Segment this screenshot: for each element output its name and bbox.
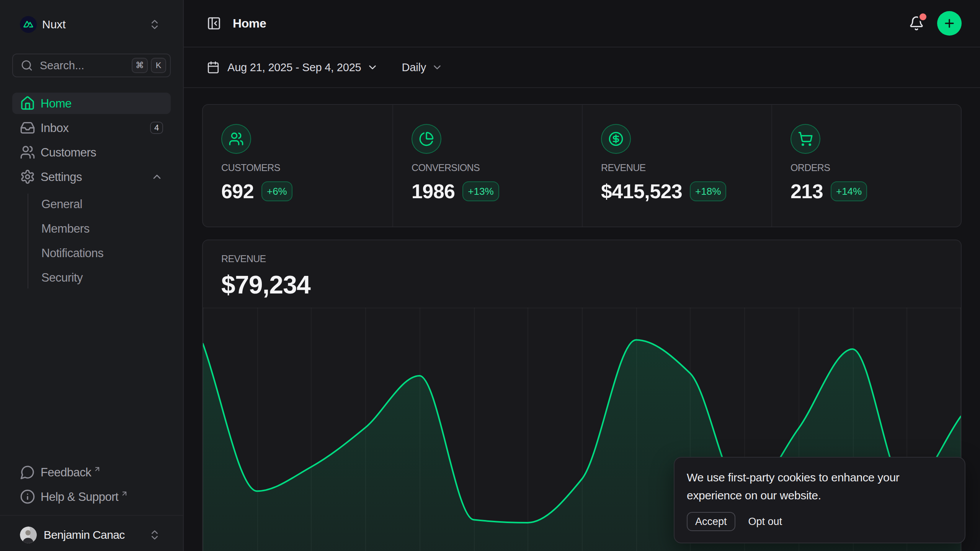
search-placeholder: Search... <box>40 59 129 72</box>
sidebar-item-label: Inbox <box>41 122 150 134</box>
stat-customers[interactable]: CUSTOMERS 692 +6% <box>203 105 392 227</box>
sidebar-footer-nav: Feedback Help & Support <box>12 461 171 507</box>
collapse-sidebar-button[interactable] <box>207 16 221 31</box>
kbd-meta: ⌘ <box>132 58 148 73</box>
user-menu-button[interactable]: Benjamin Canac <box>12 522 171 548</box>
stat-value: 692 <box>221 178 254 204</box>
period-label: Daily <box>402 61 426 74</box>
settings-subnav: General Members Notifications Security <box>28 194 171 289</box>
circle-dollar-icon <box>601 124 631 154</box>
sidebar-item-customers[interactable]: Customers <box>12 142 171 163</box>
stat-label: ORDERS <box>791 160 942 175</box>
sidebar-item-inbox[interactable]: Inbox 4 <box>12 117 171 139</box>
chevron-up-icon <box>151 171 163 183</box>
nuxt-logo-icon <box>20 16 37 33</box>
users-icon <box>221 124 251 154</box>
plus-icon <box>943 17 956 30</box>
sidebar-item-general[interactable]: General <box>28 194 171 215</box>
period-select[interactable]: Daily <box>402 61 443 74</box>
sidebar-item-home[interactable]: Home <box>12 93 171 114</box>
sidebar-item-members[interactable]: Members <box>28 218 171 240</box>
chevrons-up-down-icon <box>149 18 161 31</box>
notification-dot <box>920 13 926 20</box>
accept-button[interactable]: Accept <box>687 512 735 531</box>
stat-label: CONVERSIONS <box>412 160 564 175</box>
add-button[interactable] <box>937 11 962 36</box>
stat-value: 1986 <box>412 178 455 204</box>
sidebar-item-notifications[interactable]: Notifications <box>28 243 171 264</box>
stat-value: 213 <box>791 178 823 204</box>
search-icon <box>21 59 33 72</box>
stat-revenue[interactable]: REVENUE $415,523 +18% <box>582 105 771 227</box>
page-title: Home <box>233 16 266 31</box>
info-icon <box>20 489 35 504</box>
chart-pie-icon <box>412 124 441 154</box>
user-name: Benjamin Canac <box>44 528 149 541</box>
inbox-icon <box>20 120 35 135</box>
toolbar: Aug 21, 2025 - Sep 4, 2025 Daily <box>184 47 980 88</box>
cookie-message: We use first-party cookies to enhance yo… <box>687 468 952 504</box>
stat-value: $415,523 <box>601 178 682 204</box>
sidebar-nav: Home Inbox 4 Customers Settings <box>12 93 171 289</box>
sidebar-item-label: Settings <box>41 171 151 183</box>
stat-delta-badge: +18% <box>690 181 726 201</box>
sidebar: Nuxt Search... ⌘ K Home <box>0 0 184 551</box>
stat-delta-badge: +14% <box>831 181 867 201</box>
stat-delta-badge: +6% <box>261 181 292 201</box>
chevron-down-icon <box>367 62 378 73</box>
stat-orders[interactable]: ORDERS 213 +14% <box>771 105 961 227</box>
opt-out-button[interactable]: Opt out <box>748 516 782 528</box>
chart-header: REVENUE $79,234 <box>203 240 961 302</box>
stat-conversions[interactable]: CONVERSIONS 1986 +13% <box>392 105 582 227</box>
calendar-icon <box>207 61 220 74</box>
team-name: Nuxt <box>42 18 149 31</box>
dashboard-app: Nuxt Search... ⌘ K Home <box>0 0 980 551</box>
stat-value-row: 1986 +13% <box>412 178 564 204</box>
stat-value-row: $415,523 +18% <box>601 178 753 204</box>
sidebar-item-security[interactable]: Security <box>28 267 171 289</box>
sidebar-divider <box>0 515 183 516</box>
sidebar-item-feedback[interactable]: Feedback <box>12 461 171 483</box>
date-range-picker[interactable]: Aug 21, 2025 - Sep 4, 2025 <box>207 61 378 74</box>
sidebar-item-label: Customers <box>41 147 163 158</box>
inbox-count-badge: 4 <box>150 122 163 134</box>
stat-value-row: 213 +14% <box>791 178 942 204</box>
external-link-icon <box>93 465 101 473</box>
stat-label: REVENUE <box>601 160 753 175</box>
chart-title: REVENUE <box>221 251 942 266</box>
sidebar-item-label: Home <box>41 98 163 109</box>
search-input[interactable]: Search... ⌘ K <box>12 54 171 77</box>
date-range-label: Aug 21, 2025 - Sep 4, 2025 <box>227 61 361 74</box>
sidebar-item-label: Feedback <box>41 466 91 478</box>
chevron-down-icon <box>431 62 443 73</box>
chevrons-up-down-icon <box>149 529 161 541</box>
stats-card: CUSTOMERS 692 +6% CONVERSIONS 1986 +13% <box>202 104 962 227</box>
stat-value-row: 692 +6% <box>221 178 374 204</box>
stat-label: CUSTOMERS <box>221 160 374 175</box>
external-link-icon <box>121 490 128 497</box>
cookie-actions: Accept Opt out <box>687 512 952 531</box>
avatar <box>20 527 37 543</box>
shopping-cart-icon <box>791 124 820 154</box>
kbd-k: K <box>151 58 166 73</box>
message-circle-icon <box>20 465 35 480</box>
stat-delta-badge: +13% <box>462 181 499 201</box>
chart-current-value: $79,234 <box>221 268 942 302</box>
gear-icon <box>20 169 35 184</box>
sidebar-item-help-support[interactable]: Help & Support <box>12 486 171 507</box>
notifications-button[interactable] <box>909 16 924 31</box>
cookie-banner: We use first-party cookies to enhance yo… <box>674 457 965 543</box>
navbar: Home <box>184 0 980 47</box>
users-icon <box>20 145 35 160</box>
sidebar-item-label: Help & Support <box>41 491 118 503</box>
sidebar-spacer <box>12 289 171 446</box>
team-selector[interactable]: Nuxt <box>12 9 171 40</box>
home-icon <box>20 96 35 111</box>
sidebar-item-settings[interactable]: Settings <box>12 166 171 187</box>
